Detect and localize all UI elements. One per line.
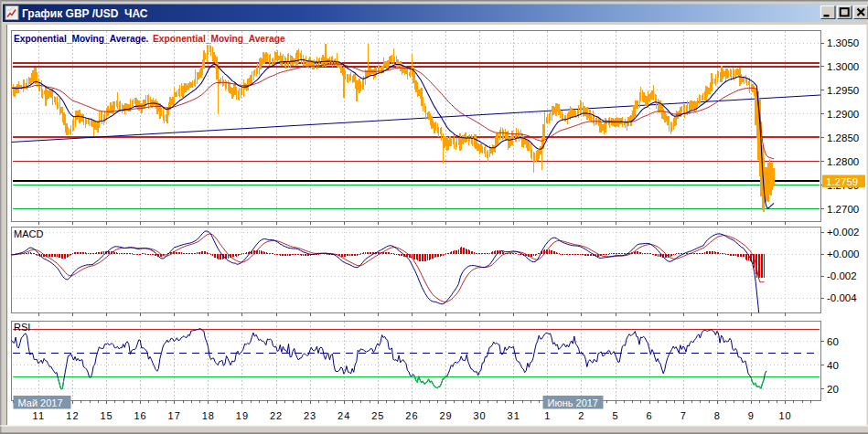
svg-text:MACD: MACD	[14, 228, 43, 239]
svg-text:18: 18	[202, 410, 215, 421]
svg-text:2: 2	[578, 410, 584, 421]
svg-text:Июнь 2017: Июнь 2017	[548, 397, 599, 408]
svg-text:5: 5	[612, 410, 618, 421]
svg-text:19: 19	[236, 410, 249, 421]
svg-text:1.2900: 1.2900	[827, 109, 859, 120]
svg-text:23: 23	[304, 410, 316, 421]
svg-text:25: 25	[371, 410, 384, 421]
svg-text:+0.000: +0.000	[827, 249, 860, 259]
svg-text:30: 30	[473, 410, 486, 421]
svg-text:40: 40	[827, 360, 839, 371]
svg-text:17: 17	[168, 410, 181, 421]
svg-text:22: 22	[270, 410, 283, 421]
svg-text:1: 1	[544, 410, 551, 421]
svg-text:-0.002: -0.002	[827, 270, 857, 281]
svg-text:26: 26	[405, 410, 418, 421]
svg-text:16: 16	[134, 410, 146, 421]
svg-text:6: 6	[647, 410, 653, 421]
svg-text:RSI: RSI	[14, 322, 30, 333]
svg-text:1.3000: 1.3000	[827, 61, 859, 72]
svg-text:31: 31	[508, 410, 520, 421]
svg-text:1.3050: 1.3050	[827, 37, 859, 48]
svg-text:Май 2017: Май 2017	[18, 397, 63, 408]
svg-text:1.2759: 1.2759	[826, 176, 858, 187]
svg-text:1.2850: 1.2850	[827, 132, 859, 143]
svg-text:15: 15	[100, 410, 113, 421]
svg-text:20: 20	[827, 384, 839, 395]
svg-text:10: 10	[778, 410, 791, 421]
svg-text:+0.002: +0.002	[827, 227, 860, 238]
svg-text:-0.004: -0.004	[827, 292, 857, 303]
svg-text:Exponential_Moving_Average.: Exponential_Moving_Average.	[14, 34, 149, 44]
svg-text:12: 12	[66, 410, 79, 421]
svg-text:24: 24	[338, 410, 350, 421]
svg-text:1.2950: 1.2950	[827, 85, 859, 96]
svg-text:Exponential_Moving_Average: Exponential_Moving_Average	[153, 34, 285, 44]
svg-text:9: 9	[748, 410, 755, 421]
svg-text:60: 60	[827, 336, 839, 347]
svg-text:8: 8	[714, 410, 721, 421]
svg-text:11: 11	[33, 410, 45, 421]
svg-text:29: 29	[439, 410, 452, 421]
svg-text:1.2800: 1.2800	[827, 156, 859, 167]
svg-text:График GBP /USD ЧАС: График GBP /USD ЧАС	[22, 7, 148, 20]
svg-text:1.2700: 1.2700	[827, 204, 859, 215]
svg-text:7: 7	[680, 410, 687, 421]
